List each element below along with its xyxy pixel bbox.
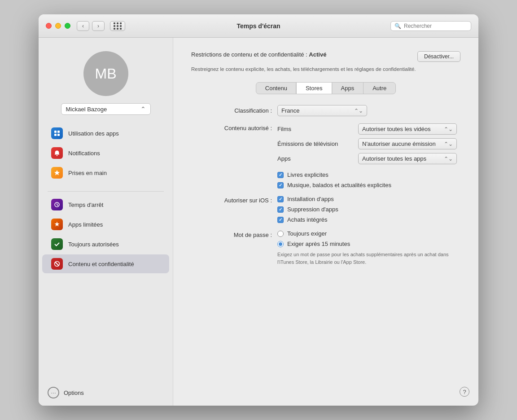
grid-button[interactable] — [110, 21, 125, 31]
search-box[interactable]: 🔍 — [390, 21, 471, 31]
contenu-autorise-label: Contenu autorisé : — [191, 123, 272, 131]
search-icon: 🔍 — [394, 23, 401, 29]
ios-rows: Installation d'apps Suppression d'apps A… — [277, 196, 338, 223]
films-label: Films — [277, 126, 354, 132]
tab-contenu[interactable]: Contenu — [256, 83, 296, 94]
apps-row: Apps Autoriser toutes les apps ⌃⌄ — [277, 153, 457, 164]
classification-row: Classification : France ⌃⌄ — [191, 105, 460, 116]
prises-en-main-label: Prises en main — [68, 170, 107, 176]
password-label: Mot de passe : — [191, 230, 272, 238]
musique-checkbox[interactable] — [277, 182, 284, 188]
password-options: Toujours exiger Exiger après 15 minutes — [277, 230, 350, 247]
sidebar-item-prises-en-main[interactable]: Prises en main — [42, 163, 169, 182]
toujours-autorisees-label: Toujours autorisées — [68, 241, 119, 248]
password-note: Exigez un mot de passe pour les achats s… — [277, 251, 457, 266]
svg-rect-2 — [54, 134, 57, 136]
close-button[interactable] — [46, 23, 52, 29]
apps-label: Apps — [277, 155, 354, 162]
user-name: Mickael Bazoge — [66, 106, 107, 113]
user-select[interactable]: Mickael Bazoge ⌃ — [61, 103, 151, 115]
restriction-header: Restrictions de contenu et de confidenti… — [191, 51, 460, 62]
tabs-container: Contenu Stores Apps Autre — [191, 82, 460, 94]
tab-stores[interactable]: Stores — [296, 83, 332, 94]
exiger-apres-row: Exiger après 15 minutes — [277, 241, 350, 247]
classification-value: France — [281, 107, 299, 114]
musique-row: Musique, balados et actualités explicite… — [277, 182, 460, 188]
svg-rect-0 — [54, 131, 57, 133]
grid-icon — [114, 22, 122, 30]
deactivate-button[interactable]: Désactiver... — [417, 51, 460, 62]
restriction-status: Activé — [309, 51, 326, 58]
exiger-apres-radio[interactable] — [277, 241, 284, 247]
svg-marker-5 — [54, 170, 60, 175]
options-icon: ··· — [48, 387, 59, 398]
suppression-checkbox[interactable] — [277, 206, 284, 213]
content-checkboxes: Livres explicites Musique, balados et ac… — [277, 171, 460, 188]
user-select-arrow: ⌃ — [140, 105, 146, 113]
forward-button[interactable]: › — [92, 21, 105, 31]
prises-en-main-icon — [51, 167, 63, 179]
svg-rect-3 — [57, 134, 60, 136]
toujours-exiger-radio[interactable] — [277, 231, 284, 237]
options-button[interactable]: ··· Options — [48, 387, 164, 398]
contenu-autorise: Contenu autorisé : Films Autoriser toute… — [191, 123, 460, 164]
suppression-row: Suppression d'apps — [277, 206, 338, 213]
minimize-button[interactable] — [55, 23, 61, 29]
suppression-label: Suppression d'apps — [287, 206, 338, 213]
tv-label: Émissions de télévision — [277, 140, 354, 147]
classification-select[interactable]: France ⌃⌄ — [277, 105, 367, 116]
apps-arrow: ⌃⌄ — [444, 156, 453, 162]
films-select[interactable]: Autoriser toutes les vidéos ⌃⌄ — [358, 123, 457, 135]
apps-limitees-icon — [51, 219, 63, 230]
main-wrapper: Restrictions de contenu et de confidenti… — [173, 38, 478, 406]
sidebar-item-contenu-confidentialite[interactable]: Contenu et confidentialité — [42, 254, 169, 273]
traffic-lights — [46, 23, 70, 29]
apps-select[interactable]: Autoriser toutes les apps ⌃⌄ — [358, 153, 457, 164]
achats-checkbox[interactable] — [277, 217, 284, 223]
avatar: MB — [83, 51, 128, 96]
sidebar-item-toujours-autorisees[interactable]: Toujours autorisées — [42, 235, 169, 254]
apps-value: Autoriser toutes les apps — [362, 155, 426, 162]
installation-row: Installation d'apps — [277, 196, 338, 202]
contenu-confidentialite-icon — [51, 258, 63, 270]
classification-label: Classification : — [191, 107, 272, 114]
achats-label: Achats intégrés — [287, 216, 328, 223]
toujours-exiger-row: Toujours exiger — [277, 230, 350, 237]
musique-label: Musique, balados et actualités explicite… — [287, 182, 391, 188]
toujours-exiger-label: Toujours exiger — [287, 230, 327, 237]
content: MB Mickael Bazoge ⌃ — [39, 38, 478, 406]
livres-checkbox[interactable] — [277, 172, 284, 178]
sidebar-item-utilisation-apps[interactable]: Utilisation des apps — [42, 124, 169, 143]
achats-row: Achats intégrés — [277, 216, 338, 223]
tv-row: Émissions de télévision N'autoriser aucu… — [277, 138, 457, 149]
search-input[interactable] — [404, 23, 467, 29]
tv-select[interactable]: N'autoriser aucune émission ⌃⌄ — [358, 138, 457, 149]
sidebar: MB Mickael Bazoge ⌃ — [39, 38, 173, 406]
sidebar-group-2: Temps d'arrêt Apps limitées — [39, 195, 173, 274]
help-button[interactable]: ? — [460, 387, 469, 397]
svg-line-10 — [55, 262, 59, 266]
avatar-section: MB Mickael Bazoge ⌃ — [39, 51, 173, 115]
tv-arrow: ⌃⌄ — [444, 141, 453, 147]
restriction-title-text: Restrictions de contenu et de confidenti… — [191, 51, 307, 58]
contenu-autorise-rows: Films Autoriser toutes les vidéos ⌃⌄ Émi… — [277, 123, 457, 164]
sidebar-group-1: Utilisation des apps Notifications — [39, 124, 173, 183]
toujours-autorisees-icon — [51, 238, 63, 250]
maximize-button[interactable] — [65, 23, 70, 29]
tab-autre[interactable]: Autre — [363, 83, 395, 94]
tab-apps[interactable]: Apps — [332, 83, 364, 94]
sidebar-item-apps-limitees[interactable]: Apps limitées — [42, 215, 169, 234]
sidebar-item-notifications[interactable]: Notifications — [42, 144, 169, 162]
ios-label: Autoriser sur iOS : — [191, 196, 272, 204]
ios-section: Autoriser sur iOS : Installation d'apps … — [191, 196, 460, 223]
installation-checkbox[interactable] — [277, 196, 284, 202]
sidebar-item-temps-arret[interactable]: Temps d'arrêt — [42, 195, 169, 214]
back-button[interactable]: ‹ — [77, 21, 89, 31]
films-value: Autoriser toutes les vidéos — [362, 126, 430, 132]
notifications-label: Notifications — [68, 150, 100, 157]
sidebar-divider — [48, 191, 164, 192]
livres-label: Livres explicites — [287, 171, 329, 178]
notifications-icon — [51, 147, 63, 159]
main-content: Restrictions de contenu et de confidenti… — [173, 38, 478, 279]
nav-buttons: ‹ › — [77, 21, 125, 31]
